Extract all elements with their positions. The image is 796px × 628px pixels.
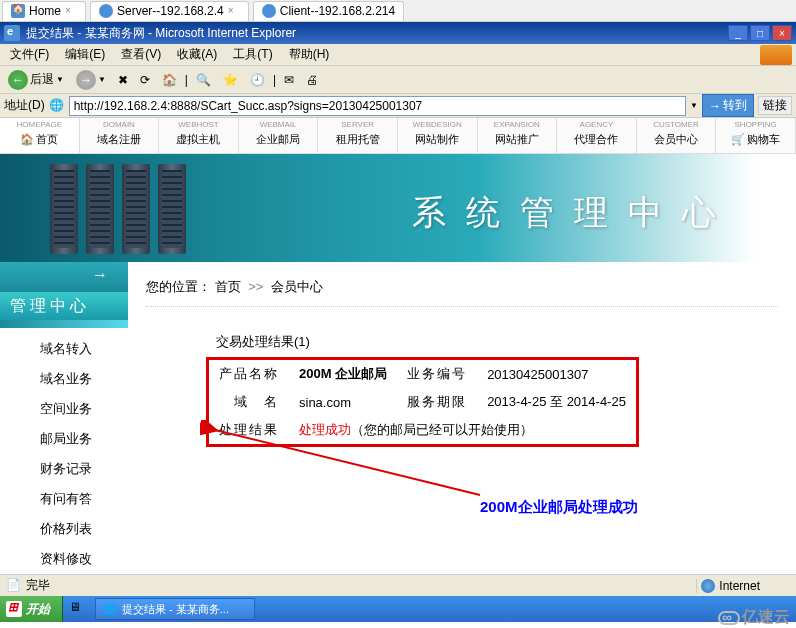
start-button[interactable]: 开始	[0, 596, 63, 622]
menu-favorites[interactable]: 收藏(A)	[171, 44, 223, 65]
globe-icon	[262, 4, 276, 18]
page-icon: 📄	[6, 578, 22, 594]
nav-shopping[interactable]: SHOPPING🛒购物车	[716, 118, 796, 153]
site-nav: HOMEPAGE🏠首页 DOMAIN域名注册 WEBHOST虚拟主机 WEBMA…	[0, 118, 796, 154]
cloud-icon	[718, 611, 740, 625]
address-input[interactable]	[69, 96, 686, 116]
value-result: 处理成功（您的邮局已经可以开始使用）	[289, 416, 637, 446]
chevron-down-icon[interactable]: ▼	[690, 101, 698, 110]
separator: |	[185, 73, 188, 87]
home-button[interactable]: 🏠	[158, 71, 181, 89]
cart-icon: 🛒	[731, 133, 745, 146]
star-icon: ⭐	[223, 73, 238, 87]
sidebar-item-finance[interactable]: 财务记录	[0, 454, 128, 484]
home-icon: 🏠	[162, 73, 177, 87]
close-icon[interactable]: ×	[228, 5, 240, 17]
nav-agency[interactable]: AGENCY代理合作	[557, 118, 637, 153]
mail-button[interactable]: ✉	[280, 71, 298, 89]
print-button[interactable]: 🖨	[302, 71, 322, 89]
watermark: 亿速云	[718, 607, 790, 628]
menu-view[interactable]: 查看(V)	[115, 44, 167, 65]
nav-expansion[interactable]: EXPANSION网站推广	[478, 118, 558, 153]
menu-tools[interactable]: 工具(T)	[227, 44, 278, 65]
main-area: 管理中心 域名转入 域名业务 空间业务 邮局业务 财务记录 有问有答 价格列表 …	[0, 262, 796, 580]
value-service-period: 2013-4-25 至 2014-4-25	[477, 388, 637, 416]
search-button[interactable]: 🔍	[192, 71, 215, 89]
menu-file[interactable]: 文件(F)	[4, 44, 55, 65]
desktop-icon[interactable]: 🖥	[69, 600, 87, 618]
label-bizno: 业务编号	[397, 359, 477, 389]
back-icon: ←	[8, 70, 28, 90]
maximize-button[interactable]: □	[750, 25, 770, 41]
close-button[interactable]: ×	[772, 25, 792, 41]
page-icon: 🌐	[49, 98, 65, 114]
forward-icon: →	[76, 70, 96, 90]
windows-logo-icon	[6, 601, 22, 617]
sidebar-item-space-biz[interactable]: 空间业务	[0, 394, 128, 424]
tab-server[interactable]: Server--192.168.2.4 ×	[90, 1, 249, 21]
go-button[interactable]: → 转到	[702, 94, 754, 117]
minimize-button[interactable]: _	[728, 25, 748, 41]
address-bar: 地址(D) 🌐 ▼ → 转到 链接	[0, 94, 796, 118]
value-product: 200M 企业邮局	[289, 359, 397, 389]
ie-menubar: 文件(F) 编辑(E) 查看(V) 收藏(A) 工具(T) 帮助(H)	[0, 44, 796, 66]
back-button[interactable]: ← 后退 ▼	[4, 68, 68, 92]
sidebar-item-qa[interactable]: 有问有答	[0, 484, 128, 514]
banner: 系统管理中心	[0, 154, 796, 262]
breadcrumb-current: 会员中心	[271, 279, 323, 294]
divider	[146, 306, 778, 307]
start-label: 开始	[26, 601, 50, 618]
go-icon: →	[709, 99, 721, 113]
ie-icon: 🌐	[104, 603, 118, 616]
tab-label: Client--192.168.2.214	[280, 4, 395, 18]
forward-button[interactable]: → ▼	[72, 68, 110, 92]
menu-help[interactable]: 帮助(H)	[283, 44, 336, 65]
history-button[interactable]: 🕘	[246, 71, 269, 89]
stop-button[interactable]: ✖	[114, 71, 132, 89]
sidebar-item-pricelist[interactable]: 价格列表	[0, 514, 128, 544]
close-icon[interactable]: ×	[65, 5, 77, 17]
table-row: 处理结果 处理成功（您的邮局已经可以开始使用）	[208, 416, 638, 446]
sidebar-item-mail-biz[interactable]: 邮局业务	[0, 424, 128, 454]
result-title: 交易处理结果(1)	[206, 327, 778, 357]
nav-server[interactable]: SERVER租用托管	[318, 118, 398, 153]
stop-icon: ✖	[118, 73, 128, 87]
tab-client[interactable]: Client--192.168.2.214	[253, 1, 404, 21]
result-table: 产品名称 200M 企业邮局 业务编号 20130425001307 域 名 s…	[206, 357, 639, 447]
result-box: 交易处理结果(1) 产品名称 200M 企业邮局 业务编号 2013042500…	[206, 327, 778, 447]
nav-webdesign[interactable]: WEBDESIGN网站制作	[398, 118, 478, 153]
ie-toolbar: ← 后退 ▼ → ▼ ✖ ⟳ 🏠 | 🔍 ⭐ 🕘 | ✉ 🖨	[0, 66, 796, 94]
sidebar-item-profile[interactable]: 资料修改	[0, 544, 128, 574]
quick-launch: 🖥	[63, 600, 93, 618]
menu-edit[interactable]: 编辑(E)	[59, 44, 111, 65]
security-zone: Internet	[696, 579, 790, 593]
nav-webmail[interactable]: WEBMAIL企业邮局	[239, 118, 319, 153]
window-title: 提交结果 - 某某商务网 - Microsoft Internet Explor…	[26, 25, 296, 42]
nav-homepage[interactable]: HOMEPAGE🏠首页	[0, 118, 80, 153]
label-product: 产品名称	[208, 359, 290, 389]
back-label: 后退	[30, 71, 54, 88]
table-row: 域 名 sina.com 服务期限 2013-4-25 至 2014-4-25	[208, 388, 638, 416]
sidebar-decoration	[0, 320, 128, 328]
globe-icon	[99, 4, 113, 18]
label-service-period: 服务期限	[397, 388, 477, 416]
separator: |	[273, 73, 276, 87]
taskbar-item[interactable]: 🌐 提交结果 - 某某商务...	[95, 598, 255, 620]
ie-titlebar: 提交结果 - 某某商务网 - Microsoft Internet Explor…	[0, 22, 796, 44]
sidebar-item-domain-transfer[interactable]: 域名转入	[0, 334, 128, 364]
nav-webhost[interactable]: WEBHOST虚拟主机	[159, 118, 239, 153]
nav-customer[interactable]: CUSTOMER会员中心	[637, 118, 717, 153]
breadcrumb-home[interactable]: 首页	[215, 279, 241, 294]
favorites-button[interactable]: ⭐	[219, 71, 242, 89]
house-icon: 🏠	[20, 133, 34, 146]
refresh-icon: ⟳	[140, 73, 150, 87]
chevron-down-icon: ▼	[98, 75, 106, 84]
tab-home[interactable]: Home ×	[2, 1, 86, 21]
chevron-down-icon: ▼	[56, 75, 64, 84]
sidebar-item-domain-biz[interactable]: 域名业务	[0, 364, 128, 394]
breadcrumb: 您的位置： 首页 >> 会员中心	[146, 274, 778, 300]
nav-domain[interactable]: DOMAIN域名注册	[80, 118, 160, 153]
mail-icon: ✉	[284, 73, 294, 87]
links-button[interactable]: 链接	[758, 96, 792, 115]
refresh-button[interactable]: ⟳	[136, 71, 154, 89]
